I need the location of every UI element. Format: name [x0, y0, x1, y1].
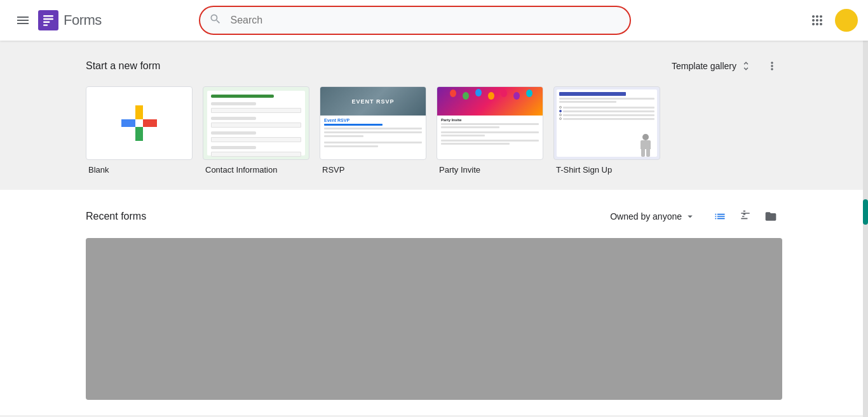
plus-arm-top: [135, 105, 143, 119]
expand-icon: [740, 60, 752, 72]
template-label-tshirt: T-Shirt Sign Up: [553, 165, 660, 175]
app-header: Forms: [0, 0, 868, 41]
templates-grid: Blank: [86, 86, 782, 175]
template-card-contact[interactable]: Contact Information: [203, 86, 309, 175]
templates-header-right: Template gallery: [667, 56, 782, 76]
folder-view-button[interactable]: [759, 205, 782, 228]
templates-section: Start a new form Template gallery: [0, 41, 868, 190]
folder-icon: [764, 210, 777, 223]
party-header-image: [437, 87, 543, 116]
dropdown-arrow-icon: [684, 211, 696, 222]
template-label-contact: Contact Information: [203, 165, 309, 175]
template-card-rsvp[interactable]: EVENT RSVP Event RSVP RSVP: [320, 86, 426, 175]
recent-forms-title: Recent forms: [86, 211, 146, 222]
template-thumb-contact: [203, 86, 309, 160]
template-card-party[interactable]: Party Invite Party Invite: [437, 86, 543, 175]
templates-section-title: Start a new form: [86, 60, 160, 72]
owned-by-label: Owned by anyone: [610, 211, 682, 222]
template-card-blank[interactable]: Blank: [86, 86, 193, 175]
hamburger-menu-button[interactable]: [10, 8, 36, 33]
template-gallery-label: Template gallery: [672, 61, 736, 71]
template-thumb-party: Party Invite: [437, 86, 543, 160]
plus-arm-bottom: [135, 127, 143, 141]
svg-rect-2: [43, 18, 53, 20]
list-view-icon: [714, 210, 726, 223]
template-thumb-tshirt: [553, 86, 660, 160]
template-thumb-rsvp: EVENT RSVP Event RSVP: [320, 86, 426, 160]
search-bar-container: [199, 6, 631, 35]
rsvp-header-image: EVENT RSVP: [320, 87, 426, 116]
templates-header: Start a new form Template gallery: [86, 56, 782, 76]
template-label-party: Party Invite: [437, 165, 543, 175]
view-mode-controls: [709, 205, 782, 228]
template-card-tshirt[interactable]: T-Shirt Sign Up: [553, 86, 660, 175]
app-name-label: Forms: [64, 12, 102, 29]
forms-logo-icon: [38, 10, 58, 30]
more-vert-icon: [766, 60, 778, 72]
recent-forms-header: Recent forms Owned by anyone: [86, 205, 782, 228]
svg-rect-0: [38, 10, 58, 30]
scrollbar-thumb[interactable]: [863, 199, 868, 225]
sort-button[interactable]: [734, 205, 757, 228]
template-label-rsvp: RSVP: [320, 165, 426, 175]
plus-arm-left: [121, 119, 135, 127]
recent-forms-content: [86, 238, 782, 400]
plus-arm-right: [143, 119, 157, 127]
header-right-actions: [804, 8, 858, 33]
avatar[interactable]: [835, 9, 858, 32]
list-view-button[interactable]: [709, 205, 731, 228]
svg-rect-1: [43, 15, 53, 17]
svg-rect-4: [43, 24, 48, 25]
app-logo[interactable]: Forms: [38, 10, 102, 30]
sort-icon: [739, 210, 752, 223]
plus-icon: [121, 105, 157, 141]
svg-rect-3: [43, 22, 50, 23]
scrollbar[interactable]: [863, 41, 868, 415]
owned-by-dropdown[interactable]: Owned by anyone: [605, 208, 701, 225]
search-icon: [209, 13, 222, 28]
google-apps-button[interactable]: [804, 8, 830, 33]
search-input[interactable]: [199, 6, 631, 35]
recent-controls: Owned by anyone: [605, 205, 782, 228]
template-thumb-blank: [86, 86, 193, 160]
more-options-button[interactable]: [762, 56, 782, 76]
recent-forms-section: Recent forms Owned by anyone: [65, 190, 803, 415]
template-label-blank: Blank: [86, 165, 193, 175]
template-gallery-button[interactable]: Template gallery: [667, 58, 757, 74]
